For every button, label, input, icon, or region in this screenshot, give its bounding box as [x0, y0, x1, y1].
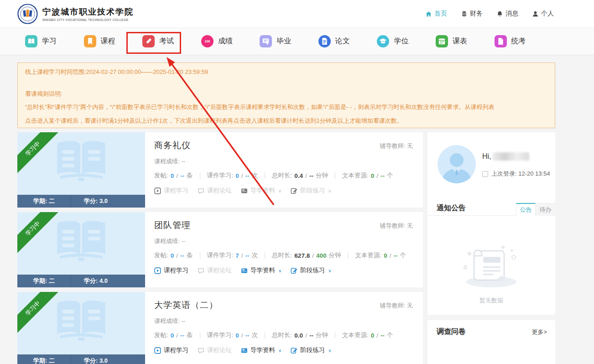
- certificate-icon: [260, 35, 272, 47]
- annotation-highlight-box: [126, 32, 181, 54]
- course-book-illustration: [52, 138, 111, 185]
- study-time-range: 线上课程学习时间范围:2024-02-27 00:00:00——2025-01-…: [25, 68, 547, 76]
- nav-home[interactable]: 首页: [425, 10, 447, 18]
- empty-state-text: 暂无数据: [427, 296, 555, 305]
- survey-more-link[interactable]: 更多>: [531, 328, 547, 336]
- course-stats: 发帖:0/--条 课件学习:0/--次 总时长:0.4/--分钟 文本资源:0/…: [154, 172, 413, 180]
- tab-timetable[interactable]: 课表: [436, 35, 495, 47]
- course-book-illustration: [52, 297, 111, 345]
- course-study-link[interactable]: 课程学习: [154, 187, 188, 195]
- rule-line-2: 点击进入某个课程后，看课计时满1分钟及以上计作1次，下次退出到课程列表再点击进入…: [25, 114, 547, 128]
- module-tabbar: 学习 课程 考试 成绩 毕业 论文 学位 课表: [0, 27, 594, 55]
- course-forum-link[interactable]: 课程论坛: [198, 266, 232, 275]
- avatar[interactable]: [438, 145, 476, 185]
- course-card: 学习中 学期: 二 学分: 3.0 大学英语（二） 辅导教师: 无 课程成绩: …: [17, 292, 423, 364]
- survey-panel: 调查问卷 更多>: [427, 320, 555, 364]
- play-icon: [154, 347, 161, 354]
- top-header: 宁波城市职业技术学院 NINGBO CITY VOCATIONAL TECHNO…: [0, 0, 594, 27]
- graduation-cap-icon: [377, 35, 389, 47]
- course-forum-link[interactable]: 课程论坛: [198, 187, 232, 195]
- nav-finance-label: 财务: [470, 10, 483, 18]
- board-icon: [241, 267, 248, 274]
- stage-practice-link[interactable]: 阶段练习∨: [291, 266, 331, 275]
- tab-grades[interactable]: 成绩: [201, 35, 260, 47]
- guide-material-link[interactable]: 导学资料∨: [241, 346, 281, 354]
- chevron-down-icon: ∨: [328, 268, 331, 273]
- course-study-link[interactable]: 课程学习: [154, 346, 188, 354]
- last-login-text: 上次登录: 12-20 13:54: [491, 170, 550, 178]
- course-thumbnail[interactable]: 学习中 学期: 二 学分: 3.0: [17, 292, 145, 364]
- course-thumbnail[interactable]: 学习中 学期: 二 学分: 4.0: [17, 212, 145, 287]
- board-icon: [241, 187, 248, 194]
- credit-label: 学分: 3.0: [71, 197, 108, 205]
- nav-messages[interactable]: 消息: [496, 10, 518, 18]
- tutor-label: 辅导教师: 无: [380, 142, 413, 150]
- course-thumbnail[interactable]: 学习中 学期: 二 学分: 3.0: [17, 132, 145, 208]
- course-score: 课程成绩: --: [154, 157, 413, 166]
- pen-icon: [291, 267, 297, 274]
- tutor-label: 辅导教师: 无: [380, 222, 413, 230]
- course-score: 课程成绩: --: [154, 237, 413, 245]
- course-title[interactable]: 团队管理: [154, 219, 191, 231]
- document-icon: [318, 35, 331, 47]
- semester-credit-bar: 学期: 二 学分: 3.0: [17, 354, 145, 364]
- course-forum-link[interactable]: 课程论坛: [198, 346, 232, 354]
- play-icon: [154, 187, 161, 194]
- score-100-icon: [201, 35, 214, 47]
- book-icon: [25, 35, 37, 47]
- chevron-down-icon: ∨: [278, 348, 281, 353]
- nav-messages-label: 消息: [505, 10, 518, 18]
- credit-label: 学分: 3.0: [71, 357, 108, 364]
- course-book-illustration: [52, 218, 111, 265]
- rule-line-1: “总时长”和“课件学习”两个内容，“/”前面数字表示已学习时长和次数，“/”后面…: [25, 100, 547, 114]
- home-icon: [425, 10, 432, 17]
- course-study-link[interactable]: 课程学习: [154, 266, 188, 275]
- tab-study[interactable]: 学习: [25, 35, 84, 47]
- person-icon: [532, 10, 539, 17]
- stage-practice-link[interactable]: 阶段练习∨: [291, 346, 331, 354]
- play-icon: [154, 267, 161, 274]
- tab-graduation[interactable]: 毕业: [260, 35, 318, 47]
- stage-practice-link[interactable]: 阶段练习∨: [291, 187, 331, 195]
- guide-material-link[interactable]: 导学资料∨: [241, 187, 281, 195]
- chevron-down-icon: ∨: [278, 188, 281, 193]
- tab-unified-exam[interactable]: 统考: [495, 35, 553, 47]
- semester-label: 学期: 二: [17, 275, 71, 287]
- course-stats: 发帖:0/--条 课件学习:0/--次 总时长:0.0/--分钟 文本资源:0/…: [154, 331, 413, 339]
- chat-icon: [198, 267, 204, 274]
- finance-icon: [461, 10, 468, 17]
- chevron-down-icon: ∨: [278, 268, 281, 273]
- course-card: 学习中 学期: 二 学分: 4.0 团队管理 辅导教师: 无 课程成绩: -- …: [17, 212, 423, 287]
- guide-material-link[interactable]: 导学资料∨: [241, 266, 281, 275]
- nav-finance[interactable]: 财务: [461, 10, 483, 18]
- user-panel: Hi, 上次登录: 12-20 13:54 通知公告 公告 待办: [427, 132, 555, 315]
- course-card: 学习中 学期: 二 学分: 3.0 商务礼仪 辅导教师: 无 课程成绩: -- …: [17, 132, 423, 208]
- semester-credit-bar: 学期: 二 学分: 4.0: [17, 275, 145, 287]
- nav-profile[interactable]: 个人: [532, 10, 554, 18]
- tab-announcements[interactable]: 公告: [516, 203, 536, 216]
- chat-icon: [198, 347, 204, 354]
- semester-label: 学期: 二: [17, 195, 71, 208]
- nav-home-label: 首页: [434, 10, 447, 18]
- pen-icon: [291, 187, 297, 194]
- credit-label: 学分: 4.0: [71, 277, 108, 285]
- file-icon: [495, 35, 507, 47]
- chevron-down-icon: ∨: [328, 188, 331, 193]
- greeting-text: Hi,: [482, 152, 491, 161]
- tab-thesis[interactable]: 论文: [318, 35, 377, 47]
- course-title[interactable]: 大学英语（二）: [154, 299, 218, 311]
- nav-profile-label: 个人: [541, 10, 554, 18]
- school-title: 宁波城市职业技术学院: [42, 6, 134, 17]
- board-icon: [241, 347, 248, 354]
- survey-title: 调查问卷: [437, 327, 466, 337]
- tab-todo[interactable]: 待办: [536, 203, 555, 216]
- chat-icon: [198, 187, 204, 194]
- top-nav: 首页 财务 消息 个人: [425, 10, 554, 18]
- course-title[interactable]: 商务礼仪: [154, 140, 191, 151]
- tab-degree[interactable]: 学位: [377, 35, 436, 47]
- tutor-label: 辅导教师: 无: [380, 302, 413, 310]
- school-seal-icon: [17, 4, 38, 24]
- semester-label: 学期: 二: [17, 354, 71, 364]
- app-page: 宁波城市职业技术学院 NINGBO CITY VOCATIONAL TECHNO…: [0, 0, 594, 364]
- checkbox-icon: [482, 171, 488, 177]
